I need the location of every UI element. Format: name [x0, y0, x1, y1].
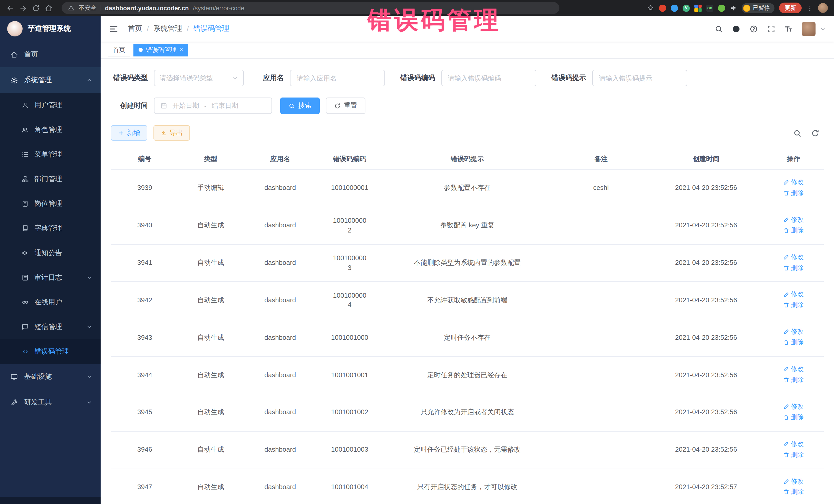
sidebar-item-post-mgmt[interactable]: 岗位管理 [0, 192, 101, 216]
extension-icon-on[interactable]: on [706, 4, 714, 12]
breadcrumb-system[interactable]: 系统管理 [153, 24, 182, 34]
delete-link[interactable]: 删除 [783, 338, 804, 347]
edit-link[interactable]: 修改 [783, 439, 804, 448]
security-label[interactable]: 不安全 [79, 4, 96, 12]
delete-link[interactable]: 删除 [783, 301, 804, 310]
edit-link[interactable]: 修改 [783, 215, 804, 224]
sidebar-item-dept-mgmt[interactable]: 部门管理 [0, 167, 101, 192]
paused-badge[interactable]: 已暂停 [742, 3, 774, 13]
browser-profile-avatar[interactable] [818, 3, 828, 13]
emoji-face-icon [743, 4, 750, 12]
reset-button[interactable]: 重置 [326, 97, 366, 114]
cell-id: 3940 [111, 207, 179, 245]
delete-link[interactable]: 删除 [783, 487, 804, 497]
edit-link[interactable]: 修改 [783, 252, 804, 262]
error-code-input[interactable] [441, 70, 536, 86]
browser-menu-icon[interactable] [806, 4, 813, 12]
trash-icon [783, 414, 789, 420]
bookmark-star-icon[interactable] [647, 4, 654, 12]
sidebar-item-sms-mgmt[interactable]: 短信管理 [0, 314, 101, 339]
error-type-select[interactable]: 请选择错误码类型 [154, 70, 244, 86]
delete-label: 删除 [791, 225, 804, 235]
extension-icon-green[interactable] [718, 4, 725, 12]
help-icon[interactable] [749, 24, 758, 33]
sidebar-item-infrastructure[interactable]: 基础设施 [0, 364, 101, 390]
url-domain[interactable]: dashboard.yudao.iocoder.cn [105, 4, 189, 12]
address-bar[interactable]: 不安全 dashboard.yudao.iocoder.cn/system/er… [62, 2, 559, 14]
sidebar-item-system-mgmt[interactable]: 系统管理 [0, 67, 101, 93]
chevron-down-icon[interactable] [820, 26, 826, 31]
toggle-search-button[interactable] [793, 129, 802, 137]
sidebar-item-audit-log[interactable]: 审计日志 [0, 265, 101, 290]
refresh-table-button[interactable] [811, 129, 820, 137]
sidebar-item-devtools[interactable]: 研发工具 [0, 390, 101, 415]
fullscreen-icon[interactable] [767, 24, 775, 33]
cell-remark [553, 394, 649, 431]
tag-error-code-mgmt[interactable]: 错误码管理 × [133, 43, 188, 56]
edit-link[interactable]: 修改 [783, 477, 804, 486]
tag-home[interactable]: 首页 [108, 43, 130, 56]
navbar: 首页 / 系统管理 / 错误码管理 [101, 16, 834, 42]
cell-type: 自动生成 [179, 394, 243, 431]
add-button[interactable]: 新增 [111, 125, 147, 140]
delete-link[interactable]: 删除 [783, 375, 804, 385]
extension-icon-red[interactable] [659, 4, 666, 12]
delete-link[interactable]: 删除 [783, 413, 804, 422]
breadcrumb-home[interactable]: 首页 [128, 24, 142, 34]
browser-reload-icon[interactable] [32, 4, 40, 12]
sidebar-item-label: 角色管理 [35, 125, 62, 134]
extension-icon-grid[interactable] [695, 4, 702, 12]
delete-label: 删除 [791, 450, 804, 459]
date-range-picker[interactable]: 开始日期 - 结束日期 [154, 97, 272, 114]
edit-link[interactable]: 修改 [783, 327, 804, 336]
github-icon[interactable] [732, 24, 741, 33]
browser-update-button[interactable]: 更新 [779, 3, 802, 13]
sidebar-collapse-bar[interactable] [0, 497, 101, 504]
delete-label: 删除 [791, 338, 804, 347]
search-icon[interactable] [715, 24, 723, 33]
app-logo[interactable]: 芋道管理系统 [0, 16, 101, 42]
delete-link[interactable]: 删除 [783, 188, 804, 198]
search-icon [288, 103, 295, 109]
badge-icon [22, 200, 29, 207]
navbar-right [715, 22, 826, 36]
delete-link[interactable]: 删除 [783, 263, 804, 272]
error-hint-input[interactable] [592, 70, 687, 86]
export-button[interactable]: 导出 [153, 125, 190, 140]
sidebar-item-user-mgmt[interactable]: 用户管理 [0, 93, 101, 117]
sidebar-item-notice[interactable]: 通知公告 [0, 241, 101, 265]
delete-link[interactable]: 删除 [783, 450, 804, 459]
browser-back-icon[interactable] [6, 4, 14, 12]
close-icon[interactable]: × [180, 47, 183, 53]
sidebar-item-role-mgmt[interactable]: 角色管理 [0, 117, 101, 142]
edit-link[interactable]: 修改 [783, 402, 804, 411]
sidebar-item-menu-mgmt[interactable]: 菜单管理 [0, 142, 101, 167]
edit-link[interactable]: 修改 [783, 365, 804, 374]
breadcrumb-current: 错误码管理 [194, 24, 229, 34]
browser-home-icon[interactable] [45, 4, 53, 12]
cell-time: 2021-04-20 23:52:57 [649, 468, 763, 504]
search-button[interactable]: 搜索 [280, 97, 320, 114]
reset-button-label: 重置 [344, 101, 357, 110]
delete-link[interactable]: 删除 [783, 225, 804, 235]
app-name-input[interactable] [290, 70, 385, 86]
edit-link[interactable]: 修改 [783, 290, 804, 299]
font-size-icon[interactable] [784, 24, 793, 33]
filter-row-2: 创建时间 开始日期 - 结束日期 搜索 重置 [111, 97, 824, 114]
extensions-puzzle-icon[interactable] [730, 4, 737, 12]
vue-devtools-icon[interactable]: V [683, 4, 690, 12]
sidebar-item-error-code-mgmt[interactable]: 错误码管理 [0, 339, 101, 364]
tag-label: 错误码管理 [146, 45, 177, 54]
user-avatar[interactable] [802, 22, 815, 36]
sidebar-item-dict-mgmt[interactable]: 字典管理 [0, 216, 101, 241]
hamburger-icon[interactable] [109, 24, 118, 34]
edit-link[interactable]: 修改 [783, 178, 804, 187]
list-icon [22, 151, 29, 158]
sidebar-item-online-users[interactable]: 在线用户 [0, 290, 101, 314]
sidebar-item-home[interactable]: 首页 [0, 42, 101, 67]
browser-forward-icon[interactable] [19, 4, 27, 12]
url-path[interactable]: /system/error-code [193, 4, 244, 12]
sidebar-item-label: 错误码管理 [35, 347, 69, 356]
extension-icon-blue-drop[interactable] [671, 4, 678, 12]
cell-remark [553, 244, 649, 282]
